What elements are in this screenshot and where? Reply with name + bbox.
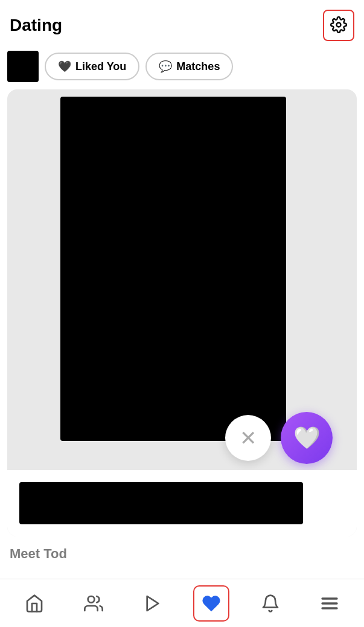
nav-menu[interactable] [311, 585, 348, 622]
card-info-bar [7, 470, 357, 536]
matches-label: Matches [176, 60, 220, 73]
pass-button[interactable]: ✕ [225, 415, 271, 461]
svg-point-1 [88, 596, 94, 603]
like-button[interactable]: 🤍 [281, 412, 333, 464]
nav-dating[interactable] [193, 585, 229, 622]
x-icon: ✕ [240, 426, 257, 450]
bottom-nav [0, 579, 364, 627]
profile-photo [60, 97, 286, 441]
dating-heart-icon [202, 594, 221, 613]
nav-home[interactable] [16, 585, 53, 622]
matches-tab[interactable]: 💬 Matches [145, 53, 233, 80]
video-icon [143, 594, 162, 613]
liked-you-label: Liked You [75, 60, 126, 73]
menu-icon [320, 594, 339, 613]
heart-icon: 🤍 [293, 425, 321, 451]
friends-icon [84, 594, 103, 613]
nav-notifications[interactable] [252, 585, 289, 622]
action-buttons: ✕ 🤍 [225, 412, 333, 464]
profile-card: ✕ 🤍 [7, 89, 357, 536]
home-icon [25, 594, 44, 613]
liked-you-tab[interactable]: 🖤 Liked You [45, 53, 139, 80]
next-section-label: Meet Tod [10, 546, 67, 561]
nav-friends[interactable] [75, 585, 112, 622]
card-info-text [19, 482, 303, 524]
tab-row: 🖤 Liked You 💬 Matches [0, 46, 364, 89]
avatar [7, 51, 39, 82]
svg-point-0 [337, 22, 341, 27]
settings-button[interactable] [323, 10, 354, 41]
next-section-header: Meet Tod [0, 536, 364, 562]
chat-icon: 💬 [159, 60, 172, 73]
heart-filled-icon: 🖤 [58, 60, 71, 73]
page-title: Dating [10, 16, 62, 35]
header: Dating [0, 0, 364, 46]
nav-video[interactable] [135, 585, 171, 622]
gear-icon [330, 16, 347, 35]
svg-marker-2 [147, 596, 158, 611]
bell-icon [261, 594, 280, 613]
